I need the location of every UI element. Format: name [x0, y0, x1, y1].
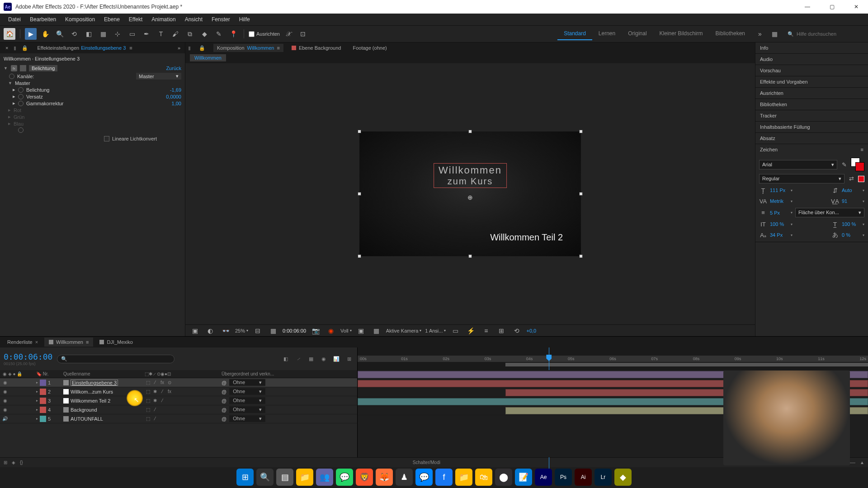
- eye-icon[interactable]: ◉: [2, 407, 8, 413]
- label-color[interactable]: [40, 389, 46, 395]
- taskbar-whatsapp[interactable]: 💬: [336, 469, 353, 486]
- layer-switches[interactable]: ⬚∕fx⊙: [145, 380, 212, 385]
- roto-tool[interactable]: ✎: [213, 28, 225, 40]
- layer-name[interactable]: AUTOUNFALL: [71, 416, 103, 422]
- parent-dropdown[interactable]: Ohne▾: [229, 379, 265, 386]
- reset-exposure-icon[interactable]: ⟲: [511, 325, 523, 337]
- selection-tool[interactable]: ▶: [25, 28, 37, 40]
- taskbar-notes[interactable]: 📝: [515, 469, 532, 486]
- layer-name[interactable]: Background: [71, 407, 97, 413]
- eye-icon[interactable]: ◉: [2, 398, 8, 404]
- effect-preset-icon[interactable]: [20, 65, 26, 71]
- exposure-value[interactable]: +0,0: [526, 328, 536, 333]
- footage-tab[interactable]: Footage (ohne): [349, 44, 390, 52]
- layer-row[interactable]: ◉▸4Background⬚∕@Ohne▾: [0, 405, 357, 414]
- brush-tool[interactable]: 🖌: [170, 28, 181, 40]
- taskbar-explorer[interactable]: 📁: [296, 469, 313, 486]
- close-icon[interactable]: ×: [35, 339, 38, 345]
- label-color[interactable]: [40, 416, 46, 422]
- stopwatch-icon[interactable]: [18, 94, 24, 99]
- layer-switches[interactable]: ⬚✱∕fx: [145, 389, 212, 394]
- zoom-in-icon[interactable]: ▲: [860, 460, 864, 465]
- menu-bearbeiten[interactable]: Bearbeiten: [25, 14, 61, 24]
- snap-checkbox[interactable]: [249, 31, 255, 37]
- pickwhip-icon[interactable]: @: [222, 416, 226, 422]
- linear-light-checkbox[interactable]: Lineare Lichtkonvert: [0, 133, 185, 144]
- menu-hilfe[interactable]: Hilfe: [235, 14, 255, 24]
- twirl-icon[interactable]: ▸: [8, 107, 11, 113]
- layer-switches[interactable]: ⬚✱∕: [145, 398, 212, 403]
- help-search[interactable]: 🔍: [783, 31, 864, 37]
- pickwhip-icon[interactable]: @: [222, 389, 226, 394]
- font-size-value[interactable]: 111 Px: [770, 188, 788, 193]
- workspace-original[interactable]: Original: [622, 28, 653, 40]
- workspace-standard[interactable]: Standard: [557, 28, 592, 40]
- flowchart-icon[interactable]: ⊞: [495, 325, 507, 337]
- toggle-switches-icon[interactable]: ⊞: [4, 460, 7, 465]
- alpha-icon[interactable]: ▣: [189, 325, 201, 337]
- taskbar-windows[interactable]: ⊞: [236, 469, 254, 486]
- composition-viewer[interactable]: Willkommen zum Kurs ⊕ Willkommen Teil 2: [185, 63, 755, 324]
- toggle-blend-icon[interactable]: {}: [20, 460, 23, 465]
- twirl-icon[interactable]: ▸: [13, 100, 15, 106]
- panel-info[interactable]: Info: [755, 42, 868, 53]
- rotate-tool[interactable]: ◧: [83, 28, 94, 40]
- label-color[interactable]: [40, 380, 46, 386]
- mask-icon[interactable]: ◐: [204, 325, 216, 337]
- stroke-value[interactable]: 5 Px: [770, 210, 788, 216]
- parent-dropdown[interactable]: Ohne▾: [229, 397, 265, 404]
- parent-dropdown[interactable]: Ohne▾: [229, 406, 265, 413]
- help-search-input[interactable]: [797, 31, 860, 37]
- stopwatch-icon[interactable]: [18, 87, 24, 93]
- orbit-tool[interactable]: ⟲: [68, 28, 80, 40]
- toggle-modes-icon[interactable]: ◈: [12, 460, 15, 465]
- menu-effekt[interactable]: Effekt: [124, 14, 147, 24]
- effect-controls-tab[interactable]: Effekteinstellungen Einstellungsebene 3 …: [33, 43, 136, 52]
- workspace-overflow[interactable]: »: [754, 28, 766, 40]
- panel-close-icon[interactable]: ×: [2, 43, 12, 52]
- transparency-icon[interactable]: ▦: [371, 325, 382, 337]
- taskbar-folder[interactable]: 📁: [455, 469, 472, 486]
- taskbar-ai[interactable]: Ai: [575, 469, 592, 486]
- panel-menu-icon[interactable]: ≡: [129, 45, 132, 51]
- menu-animation[interactable]: Animation: [147, 14, 180, 24]
- zoom-dropdown[interactable]: 25%▾: [235, 328, 248, 333]
- panel-effekte-und-vorgaben[interactable]: Effekte und Vorgaben: [755, 76, 868, 87]
- menu-fenster[interactable]: Fenster: [207, 14, 235, 24]
- snap-options-icon[interactable]: 𝒳: [283, 28, 294, 40]
- workspace-kleiner bildschirm[interactable]: Kleiner Bildschirm: [653, 28, 709, 40]
- snapshot-icon[interactable]: 📷: [310, 325, 321, 337]
- pickwhip-icon[interactable]: @: [222, 398, 226, 404]
- tsume-value[interactable]: 0 %: [842, 232, 860, 238]
- twirl-icon[interactable]: ▸: [36, 417, 38, 421]
- roi-icon[interactable]: ▣: [355, 325, 367, 337]
- pickwhip-icon[interactable]: @: [222, 407, 226, 413]
- pen-tool[interactable]: ✒: [141, 28, 152, 40]
- parent-dropdown[interactable]: Ohne▾: [229, 388, 265, 395]
- eye-icon[interactable]: ◉: [2, 380, 8, 386]
- twirl-icon[interactable]: ▸: [8, 114, 11, 120]
- layer-switches[interactable]: ⬚∕: [145, 416, 212, 421]
- maximize-button[interactable]: ▢: [824, 0, 840, 13]
- taskbar-facebook[interactable]: f: [435, 469, 453, 486]
- color-swatch[interactable]: [851, 158, 864, 171]
- layer-row[interactable]: ◉▸3Willkommen Teil 2⬚✱∕@Ohne▾: [0, 396, 357, 405]
- taskbar-shop[interactable]: 🛍: [475, 469, 492, 486]
- panel-menu-icon[interactable]: ≡: [277, 45, 279, 51]
- prop-value[interactable]: -1,69: [170, 87, 181, 93]
- motion-blur-icon[interactable]: ◉: [319, 354, 328, 363]
- layer-name[interactable]: Willkommen Teil 2: [71, 398, 110, 404]
- character-header[interactable]: Zeichen≡: [755, 144, 868, 155]
- twirl-icon[interactable]: ▸: [36, 380, 38, 385]
- workspace-bibliotheken[interactable]: Bibliotheken: [709, 28, 751, 40]
- checkbox-input[interactable]: [104, 136, 109, 141]
- workspace-lernen[interactable]: Lernen: [592, 28, 622, 40]
- panel-absatz[interactable]: Absatz: [755, 133, 868, 144]
- effect-name[interactable]: Belichtung: [29, 65, 57, 71]
- clone-tool[interactable]: ⧉: [184, 28, 196, 40]
- views-dropdown[interactable]: 1 Ansi...▾: [425, 328, 446, 333]
- brain-icon[interactable]: ⊞: [344, 354, 354, 363]
- taskbar-ps[interactable]: Ps: [555, 469, 572, 486]
- twirl-icon[interactable]: ▸: [36, 408, 38, 412]
- taskbar-teams[interactable]: 👥: [316, 469, 333, 486]
